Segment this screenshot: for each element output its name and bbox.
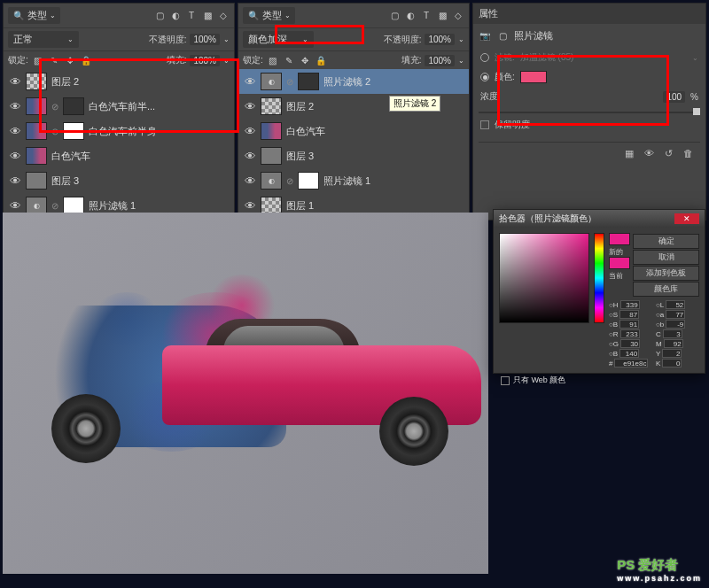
link-icon[interactable]: ⊘ (284, 176, 295, 186)
layer-item[interactable]: 👁 图层 3 (238, 143, 469, 168)
filter-shape-icon[interactable]: ▩ (201, 10, 214, 22)
opacity-value[interactable]: 100% (190, 34, 220, 45)
visibility-icon[interactable]: 👁 (7, 100, 23, 113)
lock-transparent-icon[interactable]: ▨ (267, 54, 279, 66)
adjustment-icon[interactable]: ◐ (261, 73, 282, 90)
layer-name[interactable]: 图层 3 (286, 150, 465, 163)
layer-name[interactable]: 图层 3 (51, 174, 230, 188)
hue-slider[interactable] (594, 233, 604, 323)
density-value[interactable]: 100 (663, 91, 685, 103)
web-only-checkbox[interactable] (501, 376, 510, 385)
clip-icon[interactable]: ▦ (622, 146, 636, 160)
layer-name[interactable]: 照片滤镜 1 (89, 199, 230, 213)
chevron-down-icon[interactable]: ⌄ (692, 54, 698, 62)
chevron-down-icon[interactable]: ⌄ (223, 35, 230, 43)
filter-type-icon[interactable]: T (420, 10, 432, 22)
layer-item[interactable]: 👁 图层 2 (4, 69, 234, 94)
filter-adjust-icon[interactable]: ◐ (404, 10, 417, 22)
lock-paint-icon[interactable]: ✎ (48, 54, 60, 66)
layer-name[interactable]: 图层 2 (51, 75, 230, 89)
lock-all-icon[interactable]: 🔒 (315, 54, 327, 66)
visibility-icon[interactable]: 👁 (242, 199, 258, 213)
cancel-button[interactable]: 取消 (633, 250, 699, 265)
mask-thumbnail[interactable] (63, 122, 84, 140)
mask-thumbnail[interactable] (298, 172, 319, 190)
color-lib-button[interactable]: 颜色库 (633, 282, 699, 297)
trash-icon[interactable]: 🗑 (681, 146, 695, 160)
layer-name[interactable]: 图层 1 (286, 199, 465, 213)
density-slider[interactable] (479, 112, 700, 113)
filter-kind-select[interactable]: 🔍 类型 ⌄ (8, 7, 60, 24)
visibility-icon[interactable]: 👁 (7, 150, 23, 163)
layer-thumbnail[interactable] (26, 122, 47, 140)
link-icon[interactable]: ⊘ (50, 127, 60, 136)
checkbox-icon[interactable] (480, 120, 489, 129)
lock-transparent-icon[interactable]: ▨ (32, 54, 44, 66)
link-icon[interactable]: ⊘ (50, 201, 60, 211)
preserve-luminosity-row[interactable]: 保留明度 (479, 115, 700, 135)
chevron-down-icon[interactable]: ⌄ (458, 35, 464, 43)
color-swatch[interactable] (520, 71, 547, 83)
filter-pixel-icon[interactable]: ▢ (153, 10, 166, 22)
color-field[interactable] (499, 233, 589, 323)
radio-on-icon[interactable] (480, 73, 489, 81)
lock-move-icon[interactable]: ✥ (64, 54, 76, 66)
layer-thumbnail[interactable] (261, 147, 282, 165)
ok-button[interactable]: 确定 (633, 234, 699, 249)
lock-all-icon[interactable]: 🔒 (80, 54, 92, 66)
opacity-value[interactable]: 100% (425, 34, 455, 45)
link-icon[interactable]: ⊘ (284, 77, 295, 87)
filter-adjust-icon[interactable]: ◐ (169, 10, 182, 22)
layer-item[interactable]: 👁 ⊘ 白色汽车前半身 (4, 119, 234, 143)
visibility-icon[interactable]: 👁 (7, 125, 23, 138)
filter-radio-row[interactable]: 滤镜: 加温滤镜 (85) ⌄ (479, 48, 700, 67)
lock-move-icon[interactable]: ✥ (299, 54, 311, 66)
filter-shape-icon[interactable]: ▩ (436, 10, 448, 22)
layer-name[interactable]: 照片滤镜 2 (323, 75, 465, 89)
color-picker-dialog[interactable]: 拾色器（照片滤镜颜色） ✕ 新的 当前 确定 取消 添加到色板 颜色库 (493, 209, 705, 374)
adjustment-icon[interactable]: ◐ (261, 172, 282, 190)
blend-mode-select[interactable]: 颜色加深 ⌄ (243, 31, 314, 48)
fill-value[interactable]: 100% (425, 55, 455, 66)
mask-thumbnail[interactable] (63, 97, 84, 115)
layer-thumbnail[interactable] (26, 73, 47, 90)
filter-kind-select[interactable]: 🔍 类型 ⌄ (243, 7, 295, 24)
layer-name[interactable]: 白色汽车 (286, 125, 465, 138)
layer-thumbnail[interactable] (261, 197, 282, 214)
layer-name[interactable]: 照片滤镜 1 (323, 174, 465, 188)
layer-item[interactable]: 👁 ⊘ 白色汽车前半... (4, 94, 234, 119)
layer-item[interactable]: 👁 ◐ ⊘ 照片滤镜 1 (238, 168, 469, 193)
layer-name[interactable]: 白色汽车 (51, 150, 230, 163)
layer-thumbnail[interactable] (26, 147, 47, 165)
mask-thumbnail[interactable] (298, 73, 319, 90)
filter-smart-icon[interactable]: ◇ (217, 10, 230, 22)
view-prev-icon[interactable]: 👁 (642, 146, 656, 160)
filter-pixel-icon[interactable]: ▢ (388, 10, 401, 22)
chevron-down-icon[interactable]: ⌄ (223, 57, 230, 65)
canvas[interactable] (3, 213, 488, 574)
color-radio-row[interactable]: 颜色: (479, 67, 700, 87)
visibility-icon[interactable]: 👁 (242, 75, 258, 89)
visibility-icon[interactable]: 👁 (242, 150, 258, 163)
layer-thumbnail[interactable] (26, 97, 47, 115)
layer-item[interactable]: 👁 图层 3 (4, 168, 234, 193)
slider-thumb-icon[interactable] (693, 108, 700, 115)
visibility-icon[interactable]: 👁 (7, 174, 23, 188)
layer-item[interactable]: 👁 ◐ ⊘ 照片滤镜 2 (238, 69, 469, 94)
link-icon[interactable]: ⊘ (50, 102, 60, 112)
visibility-icon[interactable]: 👁 (242, 100, 258, 113)
radio-off-icon[interactable] (480, 53, 489, 62)
visibility-icon[interactable]: 👁 (7, 199, 23, 213)
close-button[interactable]: ✕ (674, 213, 699, 224)
layer-name[interactable]: 白色汽车前半身 (89, 125, 230, 138)
reset-icon[interactable]: ↺ (661, 146, 675, 160)
fill-value[interactable]: 100% (190, 55, 220, 66)
layer-item[interactable]: 👁 白色汽车 (238, 119, 469, 143)
add-swatch-button[interactable]: 添加到色板 (633, 266, 699, 281)
mask-thumbnail[interactable] (63, 197, 84, 214)
chevron-down-icon[interactable]: ⌄ (458, 57, 464, 65)
visibility-icon[interactable]: 👁 (242, 125, 258, 138)
visibility-icon[interactable]: 👁 (7, 75, 23, 89)
layer-thumbnail[interactable] (261, 97, 282, 115)
filter-smart-icon[interactable]: ◇ (452, 10, 464, 22)
